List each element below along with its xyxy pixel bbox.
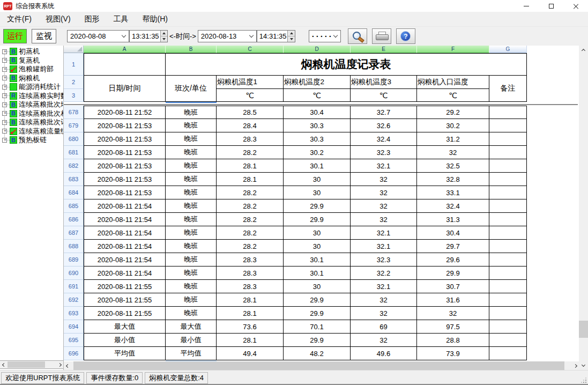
cell-inlet[interactable]: 33.1 <box>417 186 489 199</box>
expand-icon[interactable] <box>2 85 7 90</box>
cell-inlet[interactable]: 29.6 <box>417 253 489 266</box>
cell-temp1[interactable]: 28.3 <box>217 266 284 280</box>
cell-temp2[interactable]: 70.1 <box>284 320 351 334</box>
row-header[interactable]: 688 <box>64 240 84 253</box>
column-header-f[interactable]: F <box>417 46 489 53</box>
menu-item[interactable]: 帮助(H) <box>136 14 175 24</box>
header-temp1[interactable]: 焖粮机温度1 <box>217 76 284 89</box>
grid-h-scrollbar[interactable] <box>64 361 579 370</box>
header-datetime[interactable]: 日期/时间 <box>84 76 166 102</box>
cell-temp3[interactable]: 32.2 <box>351 266 417 280</box>
cell-shift[interactable]: 晚班 <box>166 173 217 186</box>
cell-shift[interactable]: 晚班 <box>166 293 217 307</box>
cell-shift[interactable]: 平均值 <box>166 347 217 360</box>
help-button[interactable] <box>396 28 415 44</box>
cell-datetime[interactable]: 2020-08-11 21:53 <box>84 146 166 159</box>
row-header[interactable]: 2 <box>64 76 84 89</box>
menu-item[interactable]: 图形 <box>78 14 107 24</box>
minimize-button[interactable] <box>514 0 539 12</box>
cell-temp3[interactable]: 32.1 <box>351 280 417 293</box>
tree-item[interactable]: 能源消耗统计 <box>2 83 63 92</box>
cell-temp2[interactable]: 29.9 <box>284 334 351 347</box>
cell-remark[interactable] <box>489 320 527 334</box>
cell-remark[interactable] <box>489 119 527 132</box>
zoom-button[interactable] <box>348 28 367 44</box>
scroll-left-icon[interactable] <box>64 362 71 369</box>
cell-remark[interactable] <box>489 266 527 280</box>
column-header-b[interactable]: B <box>166 46 217 53</box>
tree-item[interactable]: 泡粮罐前部 <box>2 65 63 74</box>
cell-temp1[interactable]: 28.2 <box>217 186 284 199</box>
cell-remark[interactable] <box>489 293 527 307</box>
cell-temp2[interactable]: 30 <box>284 226 351 240</box>
cell-remark[interactable] <box>489 347 527 360</box>
cell-temp1[interactable]: 73.6 <box>217 320 284 334</box>
menu-item[interactable]: 视图(V) <box>39 14 78 24</box>
cell-temp2[interactable]: 29.9 <box>284 307 351 320</box>
cell-temp3[interactable]: 32 <box>351 173 417 186</box>
cell-datetime[interactable]: 2020-08-11 21:53 <box>84 132 166 146</box>
cell-remark[interactable] <box>489 213 527 226</box>
cell-shift[interactable]: 晚班 <box>166 266 217 280</box>
expand-icon[interactable] <box>2 67 7 72</box>
cell-temp1[interactable]: 28.2 <box>217 240 284 253</box>
cell-datetime[interactable]: 平均值 <box>84 347 166 360</box>
column-header-d[interactable]: D <box>284 46 351 53</box>
header-inlet-unit[interactable]: ℃ <box>417 89 489 102</box>
sidebar-h-scrollbar[interactable] <box>0 360 63 369</box>
monitor-button[interactable]: 监视 <box>32 29 56 43</box>
row-header[interactable]: 680 <box>64 132 84 146</box>
expand-icon[interactable] <box>2 138 7 143</box>
cell-shift[interactable]: 晚班 <box>166 226 217 240</box>
cell-temp3[interactable]: 32.1 <box>351 159 417 173</box>
tree-item[interactable]: R 连续蒸粮实时数 <box>2 92 63 101</box>
cell-inlet[interactable]: 28.8 <box>417 334 489 347</box>
cell-temp3[interactable]: 32.3 <box>351 146 417 159</box>
spin-down-button[interactable] <box>288 36 294 42</box>
header-temp1-unit[interactable]: ℃ <box>217 89 284 102</box>
cell-shift[interactable]: 晚班 <box>166 307 217 320</box>
header-temp3[interactable]: 焖粮机温度3 <box>351 76 417 89</box>
cell-inlet[interactable]: 97.5 <box>417 320 489 334</box>
expand-icon[interactable] <box>2 93 7 98</box>
cell-temp3[interactable]: 32 <box>351 199 417 213</box>
row-header[interactable]: 685 <box>64 199 84 213</box>
expand-icon[interactable] <box>2 129 7 134</box>
cell-inlet[interactable]: 31.6 <box>417 293 489 307</box>
tree-item[interactable]: B 复蒸机 <box>2 56 63 65</box>
cell-temp1[interactable]: 28.1 <box>217 293 284 307</box>
cell-remark[interactable] <box>489 226 527 240</box>
cell-temp2[interactable]: 30.3 <box>284 119 351 132</box>
cell-remark[interactable] <box>489 106 527 119</box>
cell-temp1[interactable]: 28.3 <box>217 253 284 266</box>
cell-inlet[interactable]: 30.2 <box>417 119 489 132</box>
cell-datetime[interactable]: 2020-08-11 21:53 <box>84 186 166 199</box>
cell-temp1[interactable]: 28.5 <box>217 106 284 119</box>
cell-temp2[interactable]: 30.1 <box>284 159 351 173</box>
row-header[interactable]: 694 <box>64 320 84 334</box>
row-header[interactable]: 683 <box>64 173 84 186</box>
cell-temp1[interactable]: 28.4 <box>217 119 284 132</box>
cell-temp2[interactable]: 29.9 <box>284 199 351 213</box>
table-title[interactable]: 焖粮机温度记录表 <box>166 53 527 76</box>
row-header[interactable]: 681 <box>64 146 84 159</box>
cell-inlet[interactable]: 32.4 <box>417 199 489 213</box>
row-header[interactable]: 686 <box>64 213 84 226</box>
cell-datetime[interactable]: 2020-08-11 21:53 <box>84 173 166 186</box>
column-header-g[interactable]: G <box>489 46 527 53</box>
cell-temp2[interactable]: 30.4 <box>284 106 351 119</box>
cell-shift[interactable]: 最大值 <box>166 320 217 334</box>
row-header[interactable]: 693 <box>64 307 84 320</box>
cell-inlet[interactable]: 31.2 <box>417 132 489 146</box>
expand-icon[interactable] <box>2 111 7 116</box>
start-date-select[interactable]: 2020-08-08 <box>67 30 129 42</box>
print-button[interactable] <box>372 28 391 44</box>
select-all-corner[interactable] <box>64 46 84 53</box>
cell-temp1[interactable]: 28.1 <box>217 173 284 186</box>
spin-down-button[interactable] <box>161 36 167 42</box>
tree-item[interactable]: B 连续蒸粮批次相 <box>2 109 63 119</box>
tree-item[interactable]: B 预热板链 <box>2 136 63 145</box>
cell-temp3[interactable]: 69 <box>351 320 417 334</box>
cell-inlet[interactable]: 32.8 <box>417 173 489 186</box>
cell-shift[interactable]: 晚班 <box>166 280 217 293</box>
